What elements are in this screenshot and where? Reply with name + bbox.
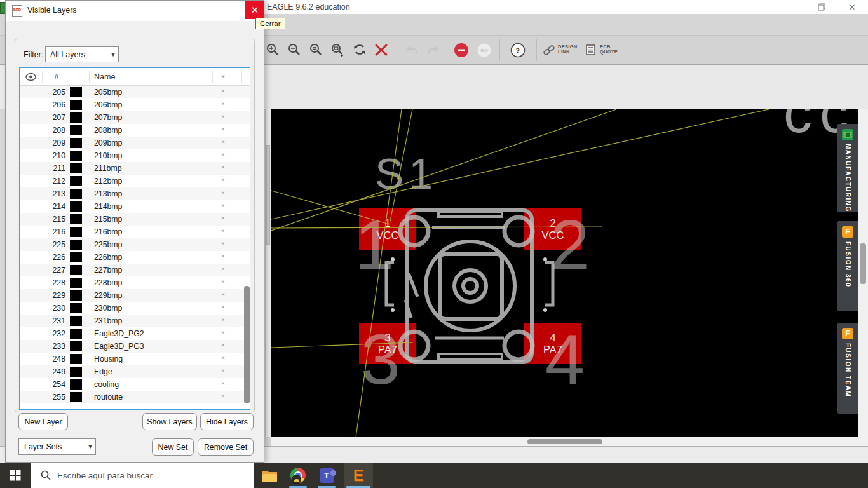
delete-layer-button[interactable]: × xyxy=(215,266,231,273)
zoom-select-icon[interactable] xyxy=(330,43,346,58)
layer-row[interactable]: 211211bmp× xyxy=(20,162,250,175)
taskbar-item-explorer[interactable] xyxy=(255,463,283,488)
redo-icon[interactable] xyxy=(426,43,441,58)
zoom-in-icon[interactable] xyxy=(266,43,281,58)
delete-layer-button[interactable]: × xyxy=(215,202,231,209)
layer-row[interactable]: 206206bmp× xyxy=(20,98,250,111)
delete-layer-button[interactable]: × xyxy=(215,151,231,158)
layer-color-swatch[interactable] xyxy=(70,278,82,288)
layer-row[interactable]: 225225bmp× xyxy=(20,238,250,251)
taskbar-item-eagle[interactable]: E xyxy=(344,463,373,488)
layer-color-swatch[interactable] xyxy=(70,354,82,364)
board-canvas[interactable]: S1 cc xyxy=(271,109,858,437)
layer-row[interactable]: 216216bmp× xyxy=(20,226,250,238)
delete-layer-button[interactable]: × xyxy=(215,177,231,184)
stop-icon[interactable] xyxy=(454,43,469,58)
layer-row[interactable]: 214214bmp× xyxy=(20,200,250,213)
layer-sets-dropdown[interactable]: Layer Sets ▼ xyxy=(18,438,96,455)
delete-layer-button[interactable]: × xyxy=(215,355,231,362)
filter-dropdown[interactable]: All Layers ▼ xyxy=(45,46,119,62)
canvas-horizontal-scrollbar[interactable] xyxy=(271,437,868,446)
layer-color-swatch[interactable] xyxy=(70,125,82,135)
canvas-left-scrollbar[interactable] xyxy=(265,109,271,437)
go-icon[interactable]: GO xyxy=(477,43,492,58)
layer-row[interactable]: 230230bmp× xyxy=(20,302,250,315)
layer-color-swatch[interactable] xyxy=(70,329,82,339)
layer-color-swatch[interactable] xyxy=(70,316,82,326)
layer-row[interactable]: 229229bmp× xyxy=(20,289,250,302)
delete-layer-button[interactable]: × xyxy=(215,342,231,349)
layer-color-swatch[interactable] xyxy=(70,201,82,212)
layer-row[interactable]: 209209bmp× xyxy=(20,137,250,149)
zoom-out-icon[interactable] xyxy=(287,43,302,58)
layer-color-swatch[interactable] xyxy=(70,392,82,402)
dialog-titlebar[interactable]: BRD Visible Layers xyxy=(6,1,264,21)
layer-color-swatch[interactable] xyxy=(70,100,82,110)
tab-manufacturing[interactable]: MANUFACTURING xyxy=(837,124,858,212)
layer-color-swatch[interactable] xyxy=(70,341,82,351)
delete-layer-button[interactable]: × xyxy=(215,278,231,285)
search-input[interactable] xyxy=(57,471,254,480)
delete-layer-button[interactable]: × xyxy=(215,164,231,171)
layer-row[interactable]: 232Eagle3D_PG2× xyxy=(20,327,250,340)
delete-layer-button[interactable]: × xyxy=(215,380,231,387)
layer-row[interactable]: 212212bmp× xyxy=(20,175,250,187)
refresh-icon[interactable] xyxy=(352,43,367,58)
delete-layer-button[interactable]: × xyxy=(215,304,231,311)
layer-row[interactable]: 215215bmp× xyxy=(20,213,250,226)
scrollbar-thumb[interactable] xyxy=(266,145,270,245)
remove-set-button[interactable]: Remove Set xyxy=(198,438,254,456)
taskbar-item-teams[interactable]: T xyxy=(313,463,341,488)
smd-pad-1[interactable] xyxy=(359,208,416,250)
layer-row[interactable]: 231231bmp× xyxy=(20,315,250,327)
layer-row[interactable]: 228228bmp× xyxy=(20,276,250,289)
layer-color-swatch[interactable] xyxy=(70,265,82,275)
taskbar-search[interactable] xyxy=(31,463,254,488)
delete-layer-button[interactable]: × xyxy=(215,139,231,146)
zoom-actual-icon[interactable] xyxy=(309,43,324,58)
canvas-vertical-scrollbar[interactable] xyxy=(858,109,868,437)
mix-icon[interactable] xyxy=(374,43,389,58)
smd-pad-2[interactable] xyxy=(524,208,581,250)
new-layer-button[interactable]: New Layer xyxy=(18,413,68,430)
layer-color-swatch[interactable] xyxy=(70,138,82,148)
delete-layer-button[interactable]: × xyxy=(215,253,231,260)
delete-layer-button[interactable]: × xyxy=(215,215,231,222)
layer-row[interactable]: 207207bmp× xyxy=(20,111,250,124)
layer-color-swatch[interactable] xyxy=(70,189,82,199)
taskbar-item-chrome[interactable] xyxy=(284,463,312,488)
close-button[interactable]: ✕ xyxy=(841,0,863,14)
minimize-button[interactable]: — xyxy=(783,0,804,14)
scrollbar-thumb[interactable] xyxy=(527,439,602,444)
delete-layer-button[interactable]: × xyxy=(215,227,231,234)
layer-color-swatch[interactable] xyxy=(70,176,82,186)
tab-fusion-team[interactable]: F FUSION TEAM xyxy=(837,323,858,414)
layer-color-swatch[interactable] xyxy=(70,240,82,250)
delete-layer-button[interactable]: × xyxy=(215,126,231,133)
pcb-quote-icon[interactable] xyxy=(583,43,599,58)
scrollbar-thumb[interactable] xyxy=(860,243,866,284)
layer-row[interactable]: 210210bmp× xyxy=(20,149,250,162)
layer-row[interactable]: 205205bmp× xyxy=(20,86,250,98)
layer-color-swatch[interactable] xyxy=(70,151,82,161)
layer-row[interactable]: 208208bmp× xyxy=(20,124,250,137)
list-scrollbar-thumb[interactable] xyxy=(244,286,250,403)
layer-color-swatch[interactable] xyxy=(70,303,82,313)
layer-row[interactable]: 255routoute× xyxy=(20,391,250,403)
tab-fusion-360[interactable]: F FUSION 360 xyxy=(837,221,858,311)
layer-color-swatch[interactable] xyxy=(70,163,82,173)
delete-layer-button[interactable]: × xyxy=(215,240,231,247)
layer-row[interactable]: 233Eagle3D_PG3× xyxy=(20,340,250,353)
undo-icon[interactable] xyxy=(404,43,419,58)
layer-row[interactable]: 226226bmp× xyxy=(20,251,250,264)
dialog-close-button[interactable]: ✕ xyxy=(245,1,264,19)
layer-row[interactable]: 249Edge× xyxy=(20,365,250,378)
delete-layer-button[interactable]: × xyxy=(215,88,231,95)
layer-color-swatch[interactable] xyxy=(70,112,82,123)
layer-color-swatch[interactable] xyxy=(70,214,82,224)
restore-button[interactable] xyxy=(811,0,832,14)
design-link-icon[interactable] xyxy=(541,43,557,58)
help-icon[interactable]: ? xyxy=(510,43,526,58)
layer-row[interactable]: 213213bmp× xyxy=(20,187,250,200)
layer-color-swatch[interactable] xyxy=(70,367,82,377)
